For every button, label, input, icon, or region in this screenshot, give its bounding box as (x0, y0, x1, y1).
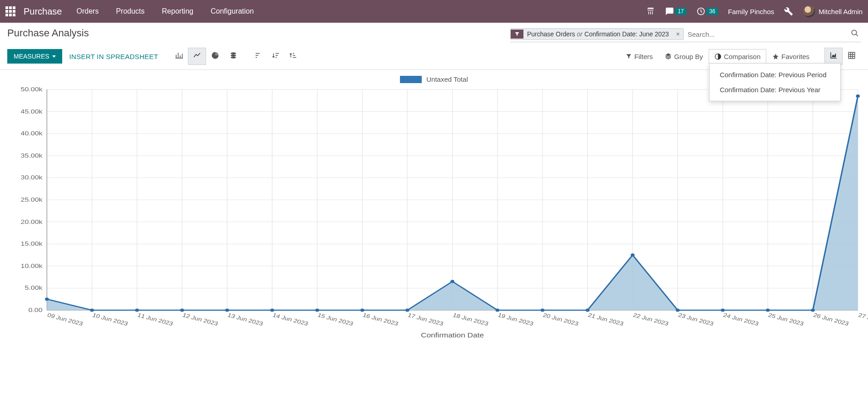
user-menu[interactable]: Mitchell Admin (803, 5, 863, 17)
svg-text:09 Jun 2023: 09 Jun 2023 (46, 312, 84, 327)
svg-text:45.00k: 45.00k (21, 108, 43, 114)
nav-reporting[interactable]: Reporting (162, 7, 193, 15)
app-name[interactable]: Purchase (24, 6, 62, 17)
search-icon[interactable] (849, 27, 861, 41)
bar-chart-icon[interactable] (170, 48, 188, 65)
svg-point-60 (450, 280, 454, 283)
legend-swatch (400, 76, 422, 83)
svg-point-56 (270, 309, 274, 312)
svg-text:12 Jun 2023: 12 Jun 2023 (182, 312, 219, 327)
nav-configuration[interactable]: Configuration (211, 7, 254, 15)
chart-canvas: 0.005.00k10.00k15.00k20.00k25.00k30.00k3… (5, 86, 863, 340)
svg-text:21 Jun 2023: 21 Jun 2023 (587, 312, 624, 327)
nav-products[interactable]: Products (116, 7, 144, 15)
toolbar: MEASURES INSERT IN SPREADSHEET Filters G… (0, 45, 868, 70)
sort-group (250, 48, 301, 64)
svg-text:11 Jun 2023: 11 Jun 2023 (137, 312, 174, 327)
comparison-prev-year[interactable]: Confirmation Date: Previous Year (710, 82, 840, 97)
nav-orders[interactable]: Orders (77, 7, 99, 15)
svg-point-53 (135, 309, 139, 312)
svg-text:27 Jun 2023: 27 Jun 2023 (858, 312, 868, 327)
page-title: Purchase Analysis (7, 27, 89, 39)
comparison-button[interactable]: Comparison Confirmation Date: Previous P… (709, 49, 766, 64)
svg-text:Confirmation Date: Confirmation Date (421, 332, 484, 339)
svg-point-1 (852, 30, 857, 35)
svg-text:13 Jun 2023: 13 Jun 2023 (227, 312, 264, 327)
svg-point-57 (316, 309, 320, 312)
svg-line-2 (856, 34, 858, 36)
messages-badge: 17 (675, 8, 686, 15)
comparison-dropdown: Confirmation Date: Previous Period Confi… (709, 63, 841, 101)
svg-point-5 (231, 54, 236, 57)
svg-point-68 (811, 309, 815, 312)
svg-text:20 Jun 2023: 20 Jun 2023 (542, 312, 579, 327)
search-facet: Purchase OrdersorConfirmation Date: June… (510, 28, 684, 40)
svg-text:50.00k: 50.00k (21, 86, 43, 92)
avatar (803, 5, 815, 17)
svg-text:15.00k: 15.00k (21, 241, 43, 247)
phone-icon[interactable] (646, 7, 655, 16)
activity-badge: 36 (706, 8, 718, 15)
stacked-icon[interactable] (224, 48, 242, 65)
svg-text:30.00k: 30.00k (21, 174, 43, 181)
svg-text:15 Jun 2023: 15 Jun 2023 (317, 312, 354, 327)
measures-button[interactable]: MEASURES (7, 49, 62, 64)
svg-point-4 (231, 52, 236, 54)
pie-chart-icon[interactable] (206, 48, 224, 65)
svg-point-51 (45, 297, 49, 301)
svg-point-64 (631, 253, 635, 257)
search-options: Filters Group By Comparison Confirmation… (620, 48, 861, 65)
svg-text:17 Jun 2023: 17 Jun 2023 (407, 312, 444, 327)
line-chart-icon[interactable] (188, 48, 206, 65)
pivot-view-icon[interactable] (843, 48, 861, 65)
filter-icon (511, 30, 523, 39)
svg-text:22 Jun 2023: 22 Jun 2023 (632, 312, 669, 327)
svg-text:25 Jun 2023: 25 Jun 2023 (767, 312, 804, 327)
messages-icon[interactable]: 17 (665, 7, 686, 16)
svg-text:10 Jun 2023: 10 Jun 2023 (92, 312, 129, 327)
svg-point-67 (766, 309, 770, 312)
svg-point-52 (90, 309, 94, 312)
svg-text:24 Jun 2023: 24 Jun 2023 (722, 312, 760, 327)
debug-icon[interactable] (784, 7, 793, 16)
svg-point-58 (360, 309, 365, 312)
search-input[interactable] (684, 29, 849, 40)
svg-point-65 (676, 309, 680, 312)
search-bar[interactable]: Purchase OrdersorConfirmation Date: June… (510, 27, 861, 42)
legend-label: Untaxed Total (426, 75, 468, 83)
svg-point-55 (225, 309, 229, 312)
svg-text:26 Jun 2023: 26 Jun 2023 (812, 312, 849, 327)
svg-point-54 (180, 309, 184, 312)
filters-button[interactable]: Filters (620, 49, 659, 64)
svg-point-59 (405, 309, 409, 312)
svg-text:20.00k: 20.00k (21, 218, 43, 225)
apps-icon[interactable] (5, 6, 15, 16)
graph-view-icon[interactable] (824, 48, 843, 65)
sort-asc-icon[interactable] (250, 48, 267, 64)
svg-text:16 Jun 2023: 16 Jun 2023 (362, 312, 399, 327)
user-name: Mitchell Admin (819, 8, 863, 15)
svg-text:40.00k: 40.00k (21, 130, 43, 137)
chart-area: Untaxed Total 0.005.00k10.00k15.00k20.00… (0, 70, 868, 346)
comparison-prev-period[interactable]: Confirmation Date: Previous Period (710, 67, 840, 82)
chart-type-group (170, 48, 242, 65)
svg-text:19 Jun 2023: 19 Jun 2023 (497, 312, 534, 327)
facet-text: Purchase OrdersorConfirmation Date: June… (523, 29, 672, 40)
sort-amount-icon[interactable] (284, 48, 301, 64)
favorites-button[interactable]: Favorites (766, 49, 815, 64)
svg-text:0.00: 0.00 (28, 307, 42, 313)
svg-text:5.00k: 5.00k (25, 285, 43, 291)
groupby-button[interactable]: Group By (659, 49, 709, 64)
activity-icon[interactable]: 36 (696, 7, 718, 16)
svg-point-6 (231, 56, 236, 59)
svg-point-69 (856, 94, 860, 98)
subheader: Purchase Analysis Purchase OrdersorConfi… (0, 23, 868, 45)
svg-text:18 Jun 2023: 18 Jun 2023 (452, 312, 489, 327)
svg-text:25.00k: 25.00k (21, 196, 43, 203)
company-selector[interactable]: Family Pinchos (728, 8, 774, 15)
insert-spreadsheet-link[interactable]: INSERT IN SPREADSHEET (69, 53, 158, 60)
svg-text:23 Jun 2023: 23 Jun 2023 (677, 312, 715, 327)
facet-remove[interactable]: × (672, 29, 683, 40)
svg-text:35.00k: 35.00k (21, 152, 43, 158)
sort-desc-icon[interactable] (267, 48, 284, 64)
